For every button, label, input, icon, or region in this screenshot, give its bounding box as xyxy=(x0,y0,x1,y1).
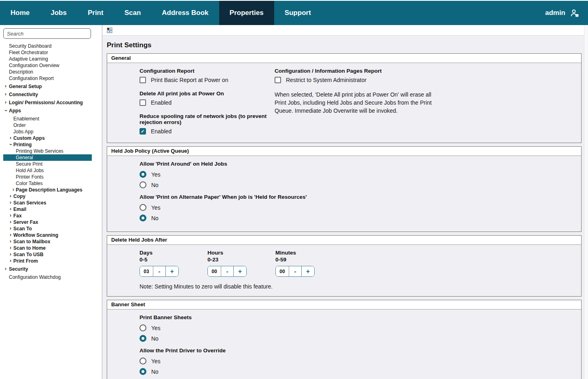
sidebar-item-workflow-scanning[interactable]: ›Workflow Scanning xyxy=(3,232,92,238)
nav-item-address-book[interactable]: Address Book xyxy=(151,1,219,25)
sidebar-item-connectivity[interactable]: ›Connectivity xyxy=(3,91,92,98)
sidebar-item-label: Fax xyxy=(13,213,22,219)
sidebar-item-copy[interactable]: ›Copy xyxy=(3,193,92,200)
sidebar-item-server-fax[interactable]: ›Server Fax xyxy=(3,219,92,225)
sidebar-item-printing-web-services[interactable]: Printing Web Services xyxy=(3,148,92,154)
delete-jobs-checkbox-row[interactable]: Enabled xyxy=(140,99,275,106)
alternate-paper-label: Allow 'Print on Alternate Paper' When jo… xyxy=(140,194,573,200)
driver-override-label: Allow the Print Driver to Override xyxy=(140,347,573,354)
sidebar-item-configuration-overview[interactable]: Configuration Overview xyxy=(3,62,92,69)
hours-increment-button[interactable]: + xyxy=(234,266,246,276)
restrict-admin-checkbox-row[interactable]: Restrict to System Administrator xyxy=(275,77,444,83)
print-basic-report-checkbox-row[interactable]: Print Basic Report at Power on xyxy=(140,77,275,83)
sidebar-item-color-tables[interactable]: Color Tables xyxy=(3,180,92,187)
print-around-no-option[interactable]: No xyxy=(140,181,573,188)
driver-override-yes-option[interactable]: Yes xyxy=(140,358,573,364)
section-banner-sheet-header: Banner Sheet xyxy=(107,300,581,310)
restrict-admin-checkbox[interactable] xyxy=(275,77,281,83)
sidebar-item-scan-to[interactable]: ›Scan To xyxy=(3,225,92,232)
sidebar-item-printer-fonts[interactable]: Printer Fonts xyxy=(3,174,92,180)
print-banner-no-option[interactable]: No xyxy=(140,335,573,342)
radio-label: No xyxy=(151,215,159,221)
delete-jobs-group: Delete All print jobs at Power On Enable… xyxy=(140,91,275,106)
minutes-decrement-button[interactable]: - xyxy=(289,266,302,276)
page-body: Security Dashboard Fleet Orchestrator Ad… xyxy=(0,25,588,379)
sidebar-item-hold-all-jobs[interactable]: Hold All Jobs xyxy=(3,167,92,174)
driver-override-no-option[interactable]: No xyxy=(140,368,573,375)
print-around-yes-option[interactable]: Yes xyxy=(140,171,573,178)
checkbox-label: Restrict to System Administrator xyxy=(286,77,366,83)
sidebar-item-scan-to-home[interactable]: ›Scan to Home xyxy=(3,245,92,251)
top-nav: Home Jobs Print Scan Address Book Proper… xyxy=(0,1,588,25)
section-banner-sheet-body: Print Banner Sheets Yes No Allow the Pri… xyxy=(107,310,581,379)
sidebar-item-scan-to-usb[interactable]: ›Scan To USB xyxy=(3,251,92,258)
content-scrollbar[interactable] xyxy=(584,25,588,379)
reduce-spooling-checkbox-row[interactable]: Enabled xyxy=(140,128,275,135)
sidebar-item-custom-apps[interactable]: ›Custom Apps xyxy=(3,135,92,141)
sidebar-item-label: Login/ Permissions/ Accounting xyxy=(9,100,83,105)
radio-label: No xyxy=(151,182,159,188)
sidebar-item-configuration-report[interactable]: Configuration Report xyxy=(3,75,92,82)
sidebar-item-page-description-languages[interactable]: ›Page Description Languages xyxy=(3,187,92,193)
sidebar-item-description[interactable]: Description xyxy=(3,69,92,75)
sidebar-item-fax[interactable]: ›Fax xyxy=(3,213,92,219)
nav-item-home[interactable]: Home xyxy=(0,1,40,25)
radio-label: No xyxy=(151,335,159,342)
minutes-increment-button[interactable]: + xyxy=(302,266,314,276)
chevron-right-icon: › xyxy=(10,252,11,257)
hours-value[interactable]: 00 xyxy=(208,266,221,276)
nav-item-scan[interactable]: Scan xyxy=(114,1,152,25)
sidebar-item-adaptive-learning[interactable]: Adaptive Learning xyxy=(3,56,92,62)
minutes-stepper: 00 - + xyxy=(275,266,315,277)
reduce-spooling-checkbox[interactable] xyxy=(140,128,146,135)
sidebar-item-print-from[interactable]: ›Print From xyxy=(3,258,92,264)
sidebar-item-printing[interactable]: ›Printing xyxy=(3,141,92,148)
sidebar-item-apps[interactable]: ›Apps xyxy=(3,107,92,114)
sidebar-item-security-dashboard[interactable]: Security Dashboard xyxy=(3,43,92,49)
sidebar-item-label: Apps xyxy=(9,108,21,114)
nav-item-jobs[interactable]: Jobs xyxy=(40,1,77,25)
sidebar-item-jobs-app[interactable]: Jobs App xyxy=(3,128,92,135)
search-input[interactable] xyxy=(3,28,91,39)
sidebar-item-secure-print[interactable]: Secure Print xyxy=(3,161,92,167)
sidebar-item-email[interactable]: ›Email xyxy=(3,206,92,213)
section-delete-held-jobs-header: Delete Held Jobs After xyxy=(107,236,581,245)
sidebar-item-label: General Setup xyxy=(9,84,42,89)
sidebar-item-label: Scan To USB xyxy=(13,252,43,257)
alternate-paper-yes-option[interactable]: Yes xyxy=(140,204,573,211)
delete-jobs-checkbox[interactable] xyxy=(140,99,146,106)
sidebar-item-security[interactable]: ›Security xyxy=(3,266,92,272)
print-banner-yes-option[interactable]: Yes xyxy=(140,324,573,331)
days-stepper: 03 - + xyxy=(140,266,179,277)
nav-item-properties[interactable]: Properties xyxy=(219,1,274,25)
sidebar-item-scan-to-mailbox[interactable]: ›Scan to Mailbox xyxy=(3,238,92,245)
configuration-report-group: Configuration Report Print Basic Report … xyxy=(140,68,275,83)
chevron-right-icon: › xyxy=(10,135,11,141)
hours-decrement-button[interactable]: - xyxy=(221,266,234,276)
days-decrement-button[interactable]: - xyxy=(153,266,166,276)
radio-label: Yes xyxy=(151,358,161,364)
minutes-value[interactable]: 00 xyxy=(276,266,289,276)
nav-item-print[interactable]: Print xyxy=(77,1,114,25)
search-wrap xyxy=(0,28,102,43)
days-increment-button[interactable]: + xyxy=(166,266,178,276)
sidebar-item-fleet-orchestrator[interactable]: Fleet Orchestrator xyxy=(3,49,92,56)
nav-item-support[interactable]: Support xyxy=(274,1,321,25)
sidebar-item-order[interactable]: Order xyxy=(3,122,92,128)
print-basic-report-checkbox[interactable] xyxy=(140,77,146,83)
sidebar-item-general-setup[interactable]: ›General Setup xyxy=(3,83,92,90)
sidebar-item-scan-services[interactable]: ›Scan Services xyxy=(3,200,92,206)
minutes-label: Minutes xyxy=(275,250,343,256)
print-banner-sheets-label: Print Banner Sheets xyxy=(140,314,573,320)
alternate-paper-no-option[interactable]: No xyxy=(140,215,573,221)
hours-field: Hours 0-23 00 - + xyxy=(207,250,275,277)
radio-selected-icon xyxy=(140,215,146,221)
days-value[interactable]: 03 xyxy=(140,266,153,276)
sidebar-item-login-permissions-accounting[interactable]: ›Login/ Permissions/ Accounting xyxy=(3,99,92,106)
settings-tree: Security Dashboard Fleet Orchestrator Ad… xyxy=(0,43,102,280)
sidebar-item-configuration-watchdog[interactable]: Configuration Watchdog xyxy=(3,274,92,280)
sidebar-item-enablement[interactable]: Enablement xyxy=(3,116,92,122)
sidebar-item-general[interactable]: General xyxy=(3,154,92,161)
grid-view-icon[interactable] xyxy=(107,27,112,33)
user-menu[interactable]: admin xyxy=(536,1,588,25)
